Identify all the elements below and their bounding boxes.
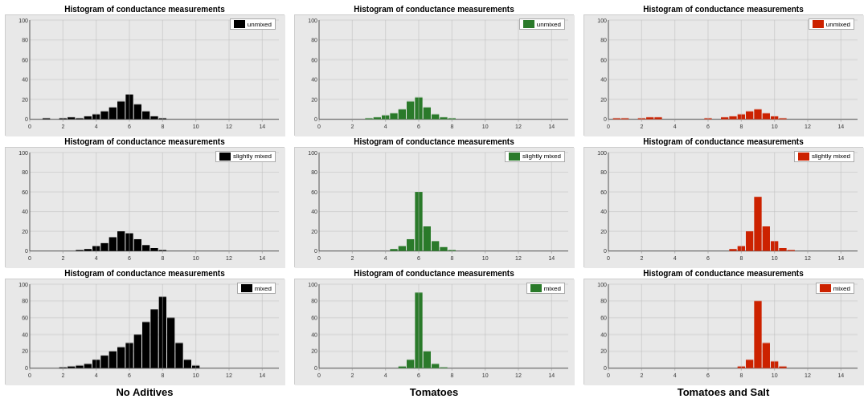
legend-label: mixed (544, 285, 561, 292)
legend-tomatoes-unmixed: unmixed (519, 18, 565, 30)
chart-area-tomatoes-mixed: FrequencyConductance(mS/cm)mixed (294, 279, 574, 385)
legend-color-swatch (530, 284, 542, 292)
chart-area-tomatoes-salt-mixed: FrequencyConductance(mS/cm)mixed (583, 279, 863, 385)
chart-area-tomatoes-slightly-mixed: FrequencyConductance(mS/cm)slightly mixe… (294, 147, 574, 268)
canvas-no-additives-0 (6, 15, 285, 136)
chart-cell-no-additives-slightly-mixed: Histogram of conductance measurementsFre… (2, 136, 288, 268)
legend-color-swatch (509, 153, 520, 161)
chart-area-no-additives-mixed: FrequencyConductance(mS/cm)mixed (5, 279, 285, 385)
chart-title-tomatoes-salt-slightly-mixed: Histogram of conductance measurements (643, 137, 804, 146)
legend-color-swatch (820, 284, 831, 292)
chart-area-tomatoes-salt-unmixed: FrequencyConductance(mS/cm)unmixed (583, 14, 863, 136)
legend-color-swatch (798, 153, 809, 161)
chart-title-tomatoes-salt-unmixed: Histogram of conductance measurements (643, 5, 804, 14)
legend-label: unmixed (537, 21, 561, 28)
column-label-tomatoes: Tomatoes (410, 385, 458, 400)
legend-color-swatch (523, 20, 534, 28)
canvas-no-additives-2 (6, 279, 285, 385)
chart-title-tomatoes-mixed: Histogram of conductance measurements (354, 269, 514, 278)
chart-title-no-additives-slightly-mixed: Histogram of conductance measurements (64, 137, 225, 146)
legend-tomatoes-salt-mixed: mixed (816, 283, 854, 294)
legend-color-swatch (219, 153, 231, 161)
column-label-tomatoes-salt: Tomatoes and Salt (678, 385, 770, 400)
legend-label: mixed (255, 285, 272, 292)
legend-tomatoes-salt-unmixed: unmixed (809, 18, 854, 30)
chart-area-tomatoes-unmixed: FrequencyConductance(mS/cm)unmixed (294, 14, 574, 136)
canvas-tomatoes-0 (295, 15, 575, 136)
column-label-no-additives: No Aditives (116, 385, 173, 400)
chart-cell-no-additives-mixed: Histogram of conductance measurementsFre… (2, 267, 288, 400)
legend-label: mixed (833, 285, 850, 292)
chart-title-tomatoes-slightly-mixed: Histogram of conductance measurements (354, 137, 514, 146)
chart-cell-tomatoes-slightly-mixed: Histogram of conductance measurementsFre… (291, 136, 577, 268)
legend-label: slightly mixed (522, 153, 561, 160)
canvas-tomatoes-salt-2 (584, 279, 864, 385)
legend-color-swatch (241, 284, 252, 292)
canvas-tomatoes-salt-0 (584, 15, 864, 136)
chart-area-tomatoes-salt-slightly-mixed: FrequencyConductance(mS/cm)slightly mixe… (583, 147, 863, 268)
chart-title-tomatoes-salt-mixed: Histogram of conductance measurements (643, 269, 804, 278)
canvas-tomatoes-2 (295, 279, 575, 385)
chart-cell-tomatoes-salt-mixed: Histogram of conductance measurementsFre… (580, 267, 866, 400)
column-tomatoes: Histogram of conductance measurementsFre… (289, 0, 579, 403)
legend-label: unmixed (826, 21, 850, 28)
legend-label: slightly mixed (233, 153, 272, 160)
legend-label: slightly mixed (812, 153, 850, 160)
chart-cell-tomatoes-mixed: Histogram of conductance measurementsFre… (291, 267, 577, 400)
chart-cell-no-additives-unmixed: Histogram of conductance measurementsFre… (2, 3, 288, 136)
chart-area-no-additives-slightly-mixed: FrequencyConductance(mS/cm)slightly mixe… (5, 147, 285, 268)
chart-area-no-additives-unmixed: FrequencyConductance(mS/cm)unmixed (5, 14, 285, 136)
chart-title-tomatoes-unmixed: Histogram of conductance measurements (354, 5, 514, 14)
legend-no-additives-unmixed: unmixed (230, 18, 276, 30)
canvas-tomatoes-1 (295, 148, 575, 269)
column-no-additives: Histogram of conductance measurementsFre… (0, 0, 289, 403)
column-tomatoes-salt: Histogram of conductance measurementsFre… (579, 0, 868, 403)
legend-no-additives-mixed: mixed (237, 283, 276, 294)
main-container: Histogram of conductance measurementsFre… (0, 0, 868, 403)
chart-title-no-additives-unmixed: Histogram of conductance measurements (64, 5, 225, 14)
legend-label: unmixed (248, 21, 272, 28)
legend-no-additives-slightly-mixed: slightly mixed (215, 151, 276, 162)
chart-title-no-additives-mixed: Histogram of conductance measurements (64, 269, 225, 278)
legend-tomatoes-mixed: mixed (526, 283, 565, 294)
legend-tomatoes-salt-slightly-mixed: slightly mixed (794, 151, 854, 162)
canvas-no-additives-1 (6, 148, 285, 269)
legend-color-swatch (813, 20, 824, 28)
canvas-tomatoes-salt-1 (584, 148, 864, 269)
chart-cell-tomatoes-salt-unmixed: Histogram of conductance measurementsFre… (580, 3, 866, 136)
chart-cell-tomatoes-unmixed: Histogram of conductance measurementsFre… (291, 3, 577, 136)
legend-color-swatch (234, 20, 245, 28)
legend-tomatoes-slightly-mixed: slightly mixed (505, 151, 565, 162)
chart-cell-tomatoes-salt-slightly-mixed: Histogram of conductance measurementsFre… (580, 136, 866, 268)
